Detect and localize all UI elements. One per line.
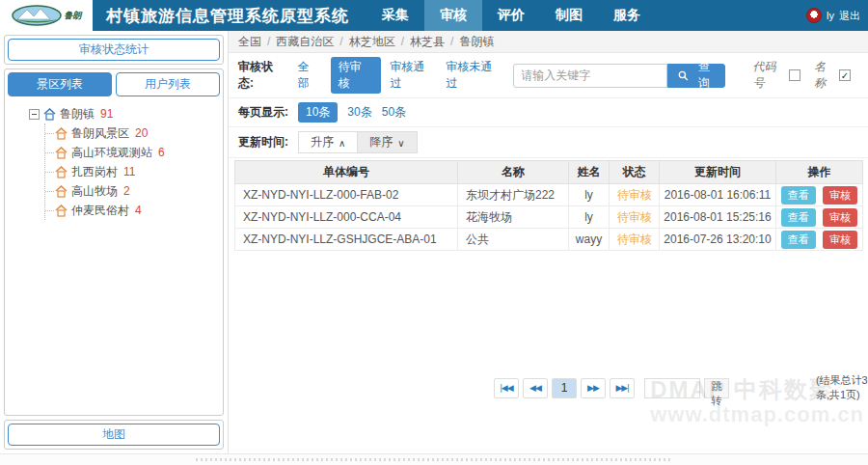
name-checkbox-label: 名称 bbox=[814, 59, 837, 92]
first-page-button[interactable] bbox=[494, 378, 519, 398]
prev-page-button[interactable] bbox=[523, 378, 548, 398]
tree-label: 扎西岗村 bbox=[71, 164, 118, 180]
status-option-all[interactable]: 全部 bbox=[298, 59, 321, 92]
jump-button[interactable]: 跳转 bbox=[704, 378, 729, 398]
sort-ascending-button[interactable]: 升序 bbox=[298, 131, 357, 153]
search-input[interactable] bbox=[513, 64, 667, 88]
jump-page-input[interactable] bbox=[644, 378, 700, 398]
view-button[interactable]: 查看 bbox=[781, 208, 816, 227]
caret-down-icon bbox=[397, 136, 404, 150]
tab-scenic-list[interactable]: 景区列表 bbox=[8, 72, 112, 96]
col-header-person: 姓名 bbox=[569, 161, 610, 184]
sidebar: 审核状态统计 景区列表 用户列表 鲁朗镇 91 鲁朗风景区 20 bbox=[0, 31, 229, 453]
review-status-stats-button[interactable]: 审核状态统计 bbox=[8, 39, 220, 61]
house-icon bbox=[43, 108, 56, 121]
pagination: 1 跳转 (结果总计3条,共1页) bbox=[494, 373, 868, 402]
user-name: ly bbox=[827, 10, 834, 21]
map-button[interactable]: 地图 bbox=[8, 424, 220, 446]
query-button[interactable]: 查询 bbox=[667, 64, 725, 88]
cell-unit-id: XZ-NYD-NYI-LLZ-000-FAB-02 bbox=[235, 184, 458, 206]
logo-text: 鲁朗 bbox=[65, 10, 82, 22]
tree-item[interactable]: 鲁朗风景区 20 bbox=[55, 123, 220, 143]
review-table: 单体编号 名称 姓名 状态 更新时间 操作 XZ-NYD-NYI-LLZ-000… bbox=[234, 160, 863, 251]
breadcrumb-item[interactable]: 林芝县 bbox=[410, 34, 445, 50]
sort-row: 更新时间: 升序 降序 bbox=[229, 127, 868, 158]
page-footer bbox=[0, 453, 868, 465]
logout-link[interactable]: 退出 bbox=[839, 9, 860, 23]
cell-unit-id: XZ-NYD-NYI-LLZ-000-CCA-04 bbox=[235, 206, 458, 229]
breadcrumb-separator: / bbox=[450, 35, 453, 48]
nav-item-service[interactable]: 服务 bbox=[598, 0, 656, 31]
tree-label: 高山牧场 bbox=[71, 183, 118, 200]
table-row: XZ-NYD-NYI-LLZ-000-FAB-02 东坝才村广场222 ly 待… bbox=[235, 184, 863, 206]
tree-item[interactable]: 扎西岗村 11 bbox=[55, 162, 220, 181]
col-header-updated: 更新时间 bbox=[660, 161, 776, 184]
page-size-row: 每页显示: 10条 30条 50条 bbox=[229, 98, 868, 127]
review-button[interactable]: 审核 bbox=[823, 186, 857, 205]
nav-item-collect[interactable]: 采集 bbox=[366, 0, 424, 31]
tab-user-list[interactable]: 用户列表 bbox=[116, 72, 220, 96]
next-page-button[interactable] bbox=[581, 378, 606, 398]
tree-count: 91 bbox=[100, 107, 113, 121]
collapse-icon[interactable] bbox=[29, 109, 40, 120]
breadcrumb-item[interactable]: 鲁朗镇 bbox=[459, 34, 494, 50]
breadcrumb-item[interactable]: 全国 bbox=[238, 34, 261, 50]
tree-item[interactable]: 高山环境观测站 6 bbox=[55, 143, 220, 162]
tree-root-luolang[interactable]: 鲁朗镇 91 bbox=[29, 104, 220, 123]
tree-label: 鲁朗风景区 bbox=[71, 125, 129, 142]
table-row: XZ-NYD-NYI-LLZ-000-CCA-04 花海牧场 ly 待审核 20… bbox=[235, 206, 863, 229]
app-header: 鲁朗 村镇旅游信息管理系统原型系统 采集 审核 评价 制图 服务 ly 退出 bbox=[0, 0, 868, 31]
review-button[interactable]: 审核 bbox=[823, 231, 857, 249]
page-size-30[interactable]: 30条 bbox=[347, 104, 371, 121]
breadcrumb-separator: / bbox=[267, 35, 270, 48]
tree-count: 2 bbox=[123, 184, 130, 198]
status-option-pending[interactable]: 待审核 bbox=[331, 57, 381, 94]
code-checkbox[interactable] bbox=[789, 69, 800, 81]
view-button[interactable]: 查看 bbox=[781, 231, 816, 249]
nav-item-review[interactable]: 审核 bbox=[424, 0, 482, 31]
status-badge: 待审核 bbox=[610, 206, 660, 229]
name-checkbox-item[interactable]: 名称 bbox=[814, 59, 851, 92]
page-size-50[interactable]: 50条 bbox=[382, 104, 406, 121]
result-summary: (结果总计3条,共1页) bbox=[816, 373, 868, 402]
cell-person: ly bbox=[569, 206, 610, 229]
tree-item[interactable]: 高山牧场 2 bbox=[55, 181, 220, 201]
current-page[interactable]: 1 bbox=[552, 378, 577, 398]
app-logo: 鲁朗 bbox=[0, 0, 93, 31]
nav-item-evaluate[interactable]: 评价 bbox=[482, 0, 540, 31]
house-icon bbox=[55, 185, 68, 198]
cell-name: 花海牧场 bbox=[458, 206, 569, 229]
tree-count: 6 bbox=[158, 146, 165, 159]
house-icon bbox=[55, 205, 68, 217]
cell-actions: 查看 审核 bbox=[776, 229, 863, 251]
breadcrumb-item[interactable]: 西藏自治区 bbox=[276, 34, 334, 50]
cell-updated: 2016-08-01 15:25:16 bbox=[660, 206, 776, 229]
user-area: ly 退出 bbox=[806, 0, 868, 31]
status-badge: 待审核 bbox=[610, 229, 660, 251]
sort-desc-label: 降序 bbox=[369, 134, 393, 150]
tree-item[interactable]: 仲麦民俗村 4 bbox=[55, 201, 220, 220]
col-header-unit-id: 单体编号 bbox=[235, 161, 458, 184]
code-checkbox-item[interactable]: 代码号 bbox=[752, 59, 800, 92]
status-option-rejected[interactable]: 审核未通过 bbox=[446, 59, 503, 92]
breadcrumb-item[interactable]: 林芝地区 bbox=[349, 34, 395, 50]
col-header-name: 名称 bbox=[458, 161, 569, 184]
review-button[interactable]: 审核 bbox=[823, 208, 857, 227]
stats-box: 审核状态统计 bbox=[4, 35, 224, 65]
status-option-approved[interactable]: 审核通过 bbox=[391, 59, 437, 92]
name-checkbox[interactable] bbox=[839, 69, 851, 81]
sort-descending-button[interactable]: 降序 bbox=[357, 131, 417, 153]
query-button-label: 查询 bbox=[692, 59, 715, 92]
breadcrumb-separator: / bbox=[339, 35, 342, 48]
col-header-actions: 操作 bbox=[776, 161, 863, 184]
user-avatar-icon bbox=[806, 8, 822, 23]
view-button[interactable]: 查看 bbox=[781, 186, 816, 205]
page-title: 村镇旅游信息管理系统原型系统 bbox=[93, 0, 366, 31]
page-size-10[interactable]: 10条 bbox=[298, 102, 338, 123]
last-page-button[interactable] bbox=[610, 378, 635, 398]
table-header-row: 单体编号 名称 姓名 状态 更新时间 操作 bbox=[235, 161, 863, 184]
nav-item-mapping[interactable]: 制图 bbox=[540, 0, 598, 31]
search-icon bbox=[678, 70, 689, 81]
tree-count: 20 bbox=[135, 126, 148, 140]
house-icon bbox=[55, 166, 68, 178]
